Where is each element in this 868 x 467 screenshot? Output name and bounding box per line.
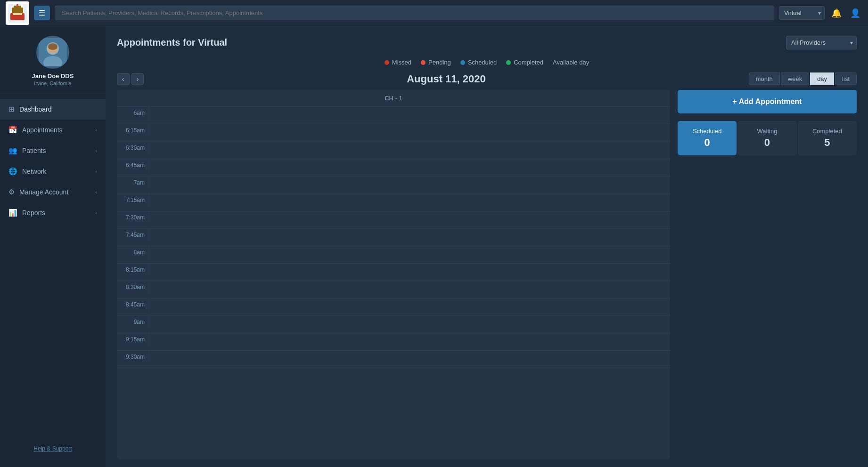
time-slot-row[interactable]: 7:15am [117,194,670,211]
available-label: Available day [553,59,589,66]
legend-available: Available day [553,59,589,66]
sidebar-profile: Jane Doe DDS Irvine, California [0,26,106,94]
provider-select[interactable]: All Providers [786,36,857,49]
stats-row: Scheduled 0 Waiting 0 Completed 5 [678,121,857,155]
scheduled-dot [460,60,465,65]
time-label: 9am [117,316,149,328]
time-content[interactable] [149,124,670,141]
time-content[interactable] [149,333,670,350]
list-view-button[interactable]: list [835,72,857,85]
menu-button[interactable]: ☰ [34,6,50,20]
right-panel: + Add Appointment Scheduled 0 Waiting 0 … [678,90,857,459]
sidebar-item-label: Manage Account [19,188,68,196]
time-slot-row[interactable]: 7:30am [117,211,670,229]
network-icon: 🌐 [8,167,17,176]
manage-account-icon: ⚙ [8,188,15,196]
time-content[interactable] [149,351,670,368]
time-label: 6:15am [117,124,149,137]
legend-missed: Missed [385,59,411,66]
time-content[interactable] [149,107,670,124]
calendar-toolbar: ‹ › August 11, 2020 month week day list [106,70,868,90]
time-content[interactable] [149,211,670,228]
help-support-link[interactable]: Help & Support [0,440,106,458]
svg-point-11 [48,43,57,50]
waiting-stat: Waiting 0 [737,121,796,155]
sidebar: Jane Doe DDS Irvine, California ⊞ Dashbo… [0,26,106,467]
sidebar-item-label: Dashboard [19,105,52,113]
time-slot-row[interactable]: 6:30am [117,142,670,159]
month-view-button[interactable]: month [749,72,780,85]
sidebar-item-dashboard[interactable]: ⊞ Dashboard [0,99,106,120]
calendar-date-title: August 11, 2020 [407,73,486,85]
time-label: 7:45am [117,229,149,241]
topbar-right: Virtual In-Person 🔔 👤 [779,6,862,20]
time-slot-row[interactable]: 7am [117,177,670,194]
time-label: 9:15am [117,333,149,346]
add-appointment-button[interactable]: + Add Appointment [678,90,857,113]
scheduled-stat: Scheduled 0 [678,121,737,155]
reports-icon: 📊 [8,209,17,217]
svg-point-6 [16,4,18,6]
sidebar-item-label: Patients [22,147,46,154]
sidebar-item-label: Reports [22,209,45,217]
time-slot-row[interactable]: 8:45am [117,298,670,316]
sidebar-item-reports[interactable]: 📊 Reports ‹ [0,202,106,223]
notification-button[interactable]: 🔔 [829,6,843,20]
prev-button[interactable]: ‹ [117,73,130,85]
topbar: ☰ Virtual In-Person 🔔 👤 [0,0,868,26]
chevron-right-icon: ‹ [95,148,97,153]
time-content[interactable] [149,246,670,263]
appointments-icon: 📅 [8,126,17,134]
scheduled-stat-value: 0 [682,137,732,149]
next-button[interactable]: › [131,73,144,85]
time-content[interactable] [149,281,670,298]
sidebar-item-manage-account[interactable]: ⚙ Manage Account ‹ [0,182,106,202]
week-view-button[interactable]: week [781,72,809,85]
calendar-scroll[interactable]: 6am 6:15am 6:30am 6:45am 7am 7:15am 7:30… [117,107,670,459]
time-content[interactable] [149,264,670,281]
time-label: 6:45am [117,159,149,171]
legend-completed: Completed [506,59,543,66]
time-content[interactable] [149,298,670,315]
time-slot-row[interactable]: 8:15am [117,264,670,281]
time-slot-row[interactable]: 8am [117,246,670,264]
time-slot-row[interactable]: 9:15am [117,333,670,351]
pending-label: Pending [428,59,451,66]
sidebar-item-appointments[interactable]: 📅 Appointments ‹ [0,120,106,140]
completed-label: Completed [514,59,543,66]
legend-scheduled: Scheduled [460,59,497,66]
bell-icon: 🔔 [831,8,842,18]
time-label: 9:30am [117,351,149,363]
time-content[interactable] [149,142,670,159]
day-view-button[interactable]: day [810,72,834,85]
scheduled-label: Scheduled [468,59,497,66]
time-slot-row[interactable]: 6:15am [117,124,670,142]
time-slot-row[interactable]: 8:30am [117,281,670,298]
calendar-view-buttons: month week day list [749,72,857,85]
content-header: Appointments for Virtual All Providers [106,26,868,55]
user-profile-button[interactable]: 👤 [848,6,862,20]
hamburger-icon: ☰ [39,9,45,17]
sidebar-item-patients[interactable]: 👥 Patients ‹ [0,140,106,161]
time-slot-row[interactable]: 6am [117,107,670,124]
search-input[interactable] [55,6,774,20]
time-content[interactable] [149,316,670,333]
time-slot-row[interactable]: 9:30am [117,351,670,368]
time-content[interactable] [149,194,670,211]
profile-name: Jane Doe DDS [32,72,74,80]
time-content[interactable] [149,159,670,176]
time-content[interactable] [149,177,670,193]
time-content[interactable] [149,229,670,246]
chevron-right-icon: ‹ [95,189,97,195]
sidebar-item-network[interactable]: 🌐 Network ‹ [0,161,106,182]
time-slot-row[interactable]: 6:45am [117,159,670,177]
time-label: 6am [117,107,149,119]
time-slot-row[interactable]: 7:45am [117,229,670,246]
location-select[interactable]: Virtual In-Person [779,6,825,20]
user-icon: 👤 [850,8,860,18]
legend-pending: Pending [421,59,451,66]
sidebar-item-label: Appointments [22,126,63,134]
pending-dot [421,60,426,65]
time-slot-row[interactable]: 9am [117,316,670,333]
missed-dot [385,60,389,65]
